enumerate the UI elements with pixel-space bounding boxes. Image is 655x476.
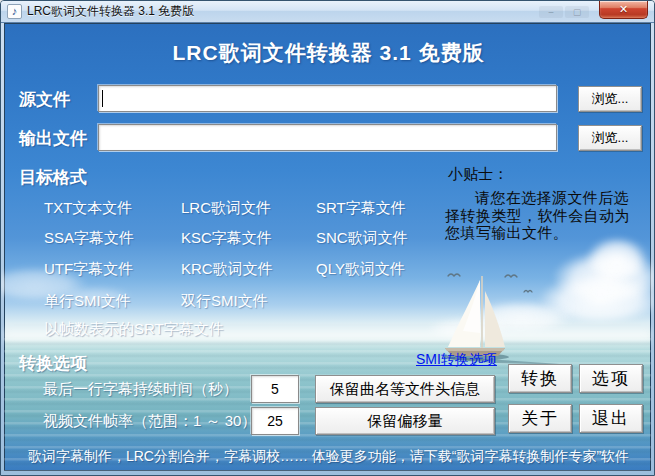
format-option-utf[interactable]: UTF字幕文件 bbox=[44, 260, 133, 279]
framerate-input[interactable] bbox=[251, 407, 299, 435]
source-file-input[interactable] bbox=[98, 85, 557, 112]
page-title: LRC歌词文件转换器 3.1 免费版 bbox=[1, 39, 655, 67]
framerate-label: 视频文件帧率（范围：1 ～ 30） bbox=[43, 412, 256, 431]
footer-text: 歌词字幕制作，LRC分割合并，字幕调校…… 体验更多功能，请下载“歌词字幕转换制… bbox=[1, 448, 655, 466]
output-browse-button[interactable]: 浏览... bbox=[578, 125, 642, 151]
smi-options-link[interactable]: SMI转换选项 bbox=[416, 351, 497, 369]
birds-icon bbox=[448, 274, 532, 292]
app-window: ♪ LRC歌词文件转换器 3.1 免费版 – ▢ ✕ bbox=[0, 0, 655, 476]
source-file-label: 源文件 bbox=[19, 88, 70, 111]
format-option-snc[interactable]: SNC歌词文件 bbox=[316, 229, 408, 248]
target-format-label: 目标格式 bbox=[19, 166, 87, 189]
duration-input[interactable] bbox=[251, 375, 299, 403]
format-option-ksc[interactable]: KSC字幕文件 bbox=[181, 229, 272, 248]
exit-button[interactable]: 退出 bbox=[579, 404, 643, 433]
format-option-srt-frames[interactable]: 以帧数表示的SRT字幕文件 bbox=[44, 320, 224, 339]
keep-offset-toggle-button[interactable]: 保留偏移量 bbox=[315, 407, 495, 435]
tips-title: 小贴士： bbox=[448, 165, 508, 184]
format-option-krc[interactable]: KRC歌词文件 bbox=[181, 260, 273, 279]
format-option-qly[interactable]: QLY歌词文件 bbox=[316, 260, 405, 279]
conversion-options-label: 转换选项 bbox=[19, 352, 87, 375]
convert-button[interactable]: 转换 bbox=[508, 364, 572, 393]
output-file-label: 输出文件 bbox=[19, 127, 87, 150]
format-option-ssa[interactable]: SSA字幕文件 bbox=[44, 229, 134, 248]
text-caret bbox=[102, 90, 103, 107]
source-browse-button[interactable]: 浏览... bbox=[578, 86, 642, 112]
format-option-txt[interactable]: TXT文本文件 bbox=[44, 199, 132, 218]
format-option-srt[interactable]: SRT字幕文件 bbox=[316, 199, 406, 218]
output-file-input[interactable] bbox=[98, 124, 557, 151]
tips-body: 请您在选择源文件后选择转换类型，软件会自动为您填写输出文件。 bbox=[445, 189, 643, 242]
duration-label: 最后一行字幕持续时间（秒） bbox=[43, 380, 238, 399]
format-option-smi-double[interactable]: 双行SMI文件 bbox=[181, 292, 268, 311]
keep-header-toggle-button[interactable]: 保留曲名等文件头信息 bbox=[315, 375, 495, 403]
format-option-lrc[interactable]: LRC歌词文件 bbox=[181, 199, 271, 218]
format-option-smi-single[interactable]: 单行SMI文件 bbox=[44, 292, 131, 311]
about-button[interactable]: 关于 bbox=[508, 404, 572, 433]
options-button[interactable]: 选项 bbox=[579, 364, 643, 393]
